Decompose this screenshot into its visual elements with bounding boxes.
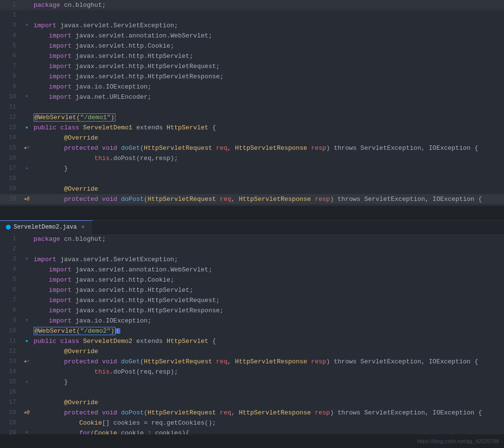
table-row: 4 import javax.servlet.annotation.WebSer… <box>0 265 504 275</box>
at-icon: @ <box>27 194 29 204</box>
debug-icon: ● <box>25 336 28 346</box>
line-number: 12 <box>0 112 22 123</box>
line-number: 9 <box>0 82 22 92</box>
line-content: import javax.servlet.annotation.WebServl… <box>32 265 504 275</box>
fold-icon: ▼ <box>25 92 28 102</box>
table-row: 15 ▲ } <box>0 377 504 387</box>
fold-icon: ▲ <box>25 163 28 174</box>
table-row: 8 import javax.servlet.http.HttpServletR… <box>0 305 504 316</box>
line-number: 8 <box>0 305 22 316</box>
line-number: 15 <box>0 377 22 387</box>
table-row: 13 ●▼ protected void doGet(HttpServletRe… <box>0 357 504 367</box>
table-row: 5 import javax.servlet.http.Cookie; <box>0 275 504 285</box>
fold-icon: ▼ <box>27 143 29 153</box>
editor-container: 1 package cn.bloghut; 2 3 ▼ import javax… <box>0 0 504 448</box>
line-gutter: ●@ <box>22 194 32 204</box>
line-content: protected void doGet(HttpServletRequest … <box>32 357 504 367</box>
tab-servlet-demo2[interactable]: ServeletDemo2.java × <box>0 220 93 234</box>
line-content: @Override <box>32 397 504 408</box>
line-content: this.doPost(req,resp); <box>32 153 504 163</box>
line-content: import javax.servlet.annotation.WebServl… <box>32 31 504 41</box>
table-row: 2 <box>0 10 504 20</box>
line-gutter: ●@ <box>22 408 32 418</box>
line-content: import javax.servlet.http.HttpServletReq… <box>32 61 504 72</box>
line-number: 14 <box>0 367 22 377</box>
line-content: import javax.servlet.http.HttpServletRes… <box>32 305 504 316</box>
line-number: 2 <box>0 244 22 254</box>
line-content <box>32 102 504 112</box>
line-gutter: ●▼ <box>22 143 32 153</box>
line-content: this.doPost(req,resp); <box>32 367 504 377</box>
line-content: Cookie[] cookies = req.getCookies(); <box>32 418 504 428</box>
table-row: 3 ▼ import javax.servlet.ServletExceptio… <box>0 254 504 265</box>
table-row: 15 ●▼ protected void doGet(HttpServletRe… <box>0 143 504 153</box>
line-content: @Override <box>32 346 504 357</box>
line-number: 10 <box>0 92 22 102</box>
line-gutter: ●▼ <box>22 357 32 367</box>
line-gutter: ▼ <box>22 92 32 102</box>
fold-icon: ▲ <box>25 377 28 387</box>
line-number: 4 <box>0 31 22 41</box>
line-number: 6 <box>0 51 22 61</box>
line-content: import javax.servlet.http.HttpServlet; <box>32 51 504 61</box>
table-row: 20 ●@ protected void doPost(HttpServletR… <box>0 194 504 204</box>
line-number: 11 <box>0 102 22 112</box>
line-gutter: ▲ <box>22 163 32 174</box>
line-content <box>32 387 504 397</box>
line-content: import javax.servlet.http.HttpServletReq… <box>32 295 504 305</box>
line-content: public class ServeletDemo2 extends HttpS… <box>32 336 504 346</box>
line-number: 8 <box>0 72 22 82</box>
table-row: 10 ▼ import java.net.URLEncoder; <box>0 92 504 102</box>
table-row: 17 ▲ } <box>0 163 504 174</box>
line-content <box>32 174 504 184</box>
line-content: @WebServlet("/demo1") <box>32 112 504 123</box>
line-content: import javax.servlet.ServletException; <box>32 254 504 265</box>
table-row: 12 @Override <box>0 346 504 357</box>
line-content: package cn.bloghut; <box>32 0 504 10</box>
table-row: 19 @Override <box>0 184 504 194</box>
line-gutter: ▼ <box>22 316 32 326</box>
table-row: 2 <box>0 244 504 254</box>
line-content: import javax.servlet.http.Cookie; <box>32 275 504 285</box>
table-row: 1 package cn.bloghut; <box>0 0 504 10</box>
line-number: 18 <box>0 408 22 418</box>
table-row: 20 ▼ for(Cookie cookie : cookies){ <box>0 428 504 434</box>
table-row: 8 import javax.servlet.http.HttpServletR… <box>0 72 504 82</box>
line-content: import java.io.IOException; <box>32 316 504 326</box>
line-content: import java.net.URLEncoder; <box>32 92 504 102</box>
tab-bar-2: ServeletDemo2.java × <box>0 220 504 234</box>
table-row: 7 import javax.servlet.http.HttpServletR… <box>0 295 504 305</box>
at-icon: @ <box>27 408 29 418</box>
line-number: 13 <box>0 123 22 133</box>
table-row: 14 this.doPost(req,resp); <box>0 367 504 377</box>
table-row: 3 ▼ import javax.servlet.ServletExceptio… <box>0 20 504 31</box>
code-view-1: 1 package cn.bloghut; 2 3 ▼ import javax… <box>0 0 504 206</box>
line-number: 14 <box>0 133 22 143</box>
line-gutter: ▼ <box>22 428 32 434</box>
line-number: 17 <box>0 397 22 408</box>
table-row: 11 <box>0 102 504 112</box>
line-content: protected void doPost(HttpServletRequest… <box>32 194 504 204</box>
tab-close-button[interactable]: × <box>80 224 87 231</box>
tab-label: ServeletDemo2.java <box>14 224 77 231</box>
table-row: 19 Cookie[] cookies = req.getCookies(); <box>0 418 504 428</box>
line-number: 15 <box>0 143 22 153</box>
line-content: import java.io.IOException; <box>32 82 504 92</box>
table-row: 14 @Override <box>0 133 504 143</box>
line-gutter: ● <box>22 123 32 133</box>
line-number: 11 <box>0 336 22 346</box>
line-gutter: ● <box>22 336 32 346</box>
line-number: 18 <box>0 174 22 184</box>
line-number: 4 <box>0 265 22 275</box>
line-content: package cn.bloghut; <box>32 234 504 244</box>
line-number: 2 <box>0 10 22 20</box>
table-row: 1 package cn.bloghut; <box>0 234 504 244</box>
line-number: 6 <box>0 285 22 295</box>
table-row: 9 ▼ import java.io.IOException; <box>0 316 504 326</box>
debug-icon: ● <box>25 123 28 133</box>
code-lines-1: 1 package cn.bloghut; 2 3 ▼ import javax… <box>0 0 504 204</box>
table-row: 10 @WebServlet("/demo2")| <box>0 326 504 336</box>
line-number: 16 <box>0 153 22 163</box>
line-number: 13 <box>0 357 22 367</box>
line-number: 3 <box>0 254 22 265</box>
